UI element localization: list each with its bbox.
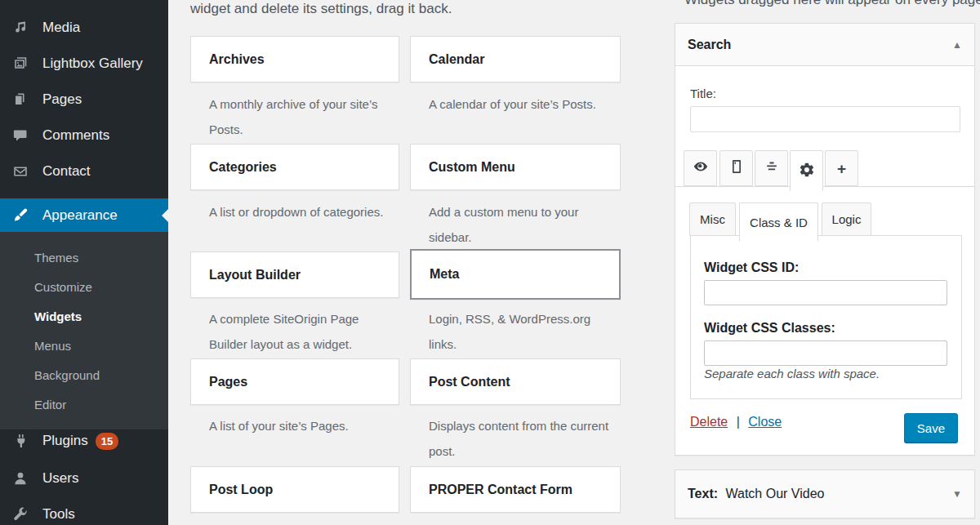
widget-card-layout-builder[interactable]: Layout Builder [190, 251, 399, 298]
widget-card-description: Login, RSS, & WordPress.org links. [429, 306, 615, 357]
submenu-item-background[interactable]: Background [0, 361, 168, 390]
text-widget-box[interactable]: Text: Watch Our Video ▼ [675, 469, 975, 518]
tab-class-and-id[interactable]: Class & ID [739, 202, 818, 241]
tab-label: Logic [832, 212, 862, 226]
appearance-submenu: Themes Customize Widgets Menus Backgroun… [0, 232, 168, 429]
sidebar-item-label: Pages [42, 91, 82, 108]
css-classes-label: Widget CSS Classes: [704, 321, 835, 336]
pages-icon [11, 91, 29, 109]
sidebar-item-tools[interactable]: Tools [0, 496, 168, 525]
text-widget-title-prefix: Text: [688, 487, 718, 501]
eye-icon [693, 158, 709, 178]
media-icon [11, 19, 29, 37]
search-widget-header[interactable]: Search ▲ [675, 24, 974, 66]
tab-label: Class & ID [750, 216, 808, 229]
sidebar-item-pages[interactable]: Pages [0, 82, 168, 118]
tools-icon [11, 505, 29, 523]
search-widget-title: Search [688, 38, 731, 52]
tab-visibility[interactable] [684, 150, 717, 186]
sidebar-item-label: Lightbox Gallery [42, 56, 143, 72]
widget-card-description: A list or dropdown of categories. [209, 199, 395, 225]
align-center-icon [764, 158, 780, 178]
collapse-up-icon[interactable]: ▲ [952, 39, 962, 51]
widgets-intro-text: widget and delete its settings, drag it … [190, 1, 452, 17]
submenu-item-customize[interactable]: Customize [0, 273, 168, 302]
widget-card-meta[interactable]: Meta [410, 249, 621, 300]
title-field-label: Title: [690, 87, 716, 100]
actions-separator: | [737, 415, 740, 429]
sidebar-item-media[interactable]: Media [0, 10, 168, 46]
sidebar-item-appearance[interactable]: Appearance [0, 198, 168, 233]
save-button[interactable]: Save [904, 413, 958, 443]
appearance-icon [11, 207, 29, 225]
widget-card-title: PROPER Contact Form [411, 483, 572, 497]
widget-card-title: Pages [191, 375, 247, 389]
lightbox-icon [11, 55, 29, 73]
sidebar-hint-clipped: Widgets dragged here will appear on ever… [684, 0, 980, 8]
sidebar-item-label: Contact [42, 163, 91, 180]
comments-icon [11, 127, 29, 145]
tab-label: Misc [700, 212, 725, 226]
widget-card-description: A monthly archive of your site’s Posts. [209, 91, 395, 142]
close-link[interactable]: Close [748, 415, 782, 429]
attributes-subtabs: Misc Class & ID Logic [675, 202, 974, 236]
sidebar-item-plugins[interactable]: Plugins 15 [0, 423, 168, 459]
widget-card-title: Post Content [411, 375, 510, 389]
tab-misc[interactable]: Misc [689, 202, 736, 236]
sidebar-item-comments[interactable]: Comments [0, 118, 168, 153]
widget-card-title: Calendar [411, 52, 484, 67]
submenu-item-themes[interactable]: Themes [0, 243, 168, 273]
tab-alignment[interactable] [755, 150, 788, 186]
search-widget-box: Search ▲ Title: + [675, 23, 975, 456]
widget-card-title: Layout Builder [191, 268, 301, 283]
tab-logic[interactable]: Logic [822, 202, 871, 236]
text-widget-title: Text: Watch Our Video [688, 487, 824, 501]
submenu-item-menus[interactable]: Menus [0, 331, 168, 361]
widget-card-proper-contact-form[interactable]: PROPER Contact Form [410, 466, 621, 513]
widget-card-categories[interactable]: Categories [190, 144, 399, 190]
sidebar-item-lightbox-gallery[interactable]: Lightbox Gallery [0, 46, 168, 82]
submenu-item-widgets[interactable]: Widgets [0, 302, 168, 331]
widget-card-archives[interactable]: Archives [190, 36, 399, 82]
widget-card-post-content[interactable]: Post Content [410, 358, 621, 405]
admin-sidebar: Media Lightbox Gallery Pages Comments Co… [0, 0, 168, 525]
tab-add[interactable]: + [825, 150, 858, 186]
widget-form-icon-tabs: + [675, 150, 974, 187]
gear-icon [799, 162, 815, 181]
css-id-input[interactable] [704, 280, 947, 305]
sidebar-item-label: Plugins [42, 433, 88, 449]
sidebar-item-contact[interactable]: Contact [0, 153, 168, 189]
contact-icon [11, 162, 29, 180]
widget-card-description: Displays content from the current post. [429, 413, 615, 464]
users-icon [11, 469, 29, 487]
widget-card-post-loop[interactable]: Post Loop [190, 466, 399, 513]
css-classes-input[interactable] [704, 340, 947, 366]
sidebar-item-label: Users [42, 470, 78, 487]
title-input[interactable] [690, 106, 960, 132]
tab-mobile[interactable] [719, 150, 753, 186]
widget-card-title: Categories [191, 160, 277, 175]
widget-card-pages[interactable]: Pages [190, 358, 399, 405]
widget-card-custom-menu[interactable]: Custom Menu [410, 144, 621, 190]
widget-card-description: A calendar of your site’s Posts. [429, 91, 615, 117]
sidebar-item-label: Tools [42, 506, 75, 523]
collapse-down-icon[interactable]: ▼ [952, 488, 962, 500]
widget-actions: Delete | Close [690, 415, 782, 429]
delete-link[interactable]: Delete [690, 415, 728, 429]
widget-card-title: Custom Menu [411, 160, 515, 175]
sidebar-item-label: Comments [42, 127, 109, 144]
class-id-panel: Widget CSS ID: Widget CSS Classes: Separ… [690, 235, 962, 399]
plus-icon: + [837, 161, 846, 176]
submenu-item-editor[interactable]: Editor [0, 390, 168, 420]
widget-card-calendar[interactable]: Calendar [410, 36, 621, 82]
tab-attributes[interactable] [790, 150, 823, 191]
sidebar-item-users[interactable]: Users [0, 460, 168, 496]
sidebar-item-label: Appearance [42, 207, 118, 224]
widget-card-title: Archives [191, 52, 265, 67]
css-id-label: Widget CSS ID: [704, 260, 799, 275]
widget-card-description: A list of your site’s Pages. [209, 413, 395, 438]
text-widget-title-rest: Watch Our Video [726, 487, 825, 501]
widget-card-title: Post Loop [191, 483, 273, 497]
sidebar-item-label: Media [42, 20, 80, 36]
widget-card-title: Meta [412, 267, 459, 282]
